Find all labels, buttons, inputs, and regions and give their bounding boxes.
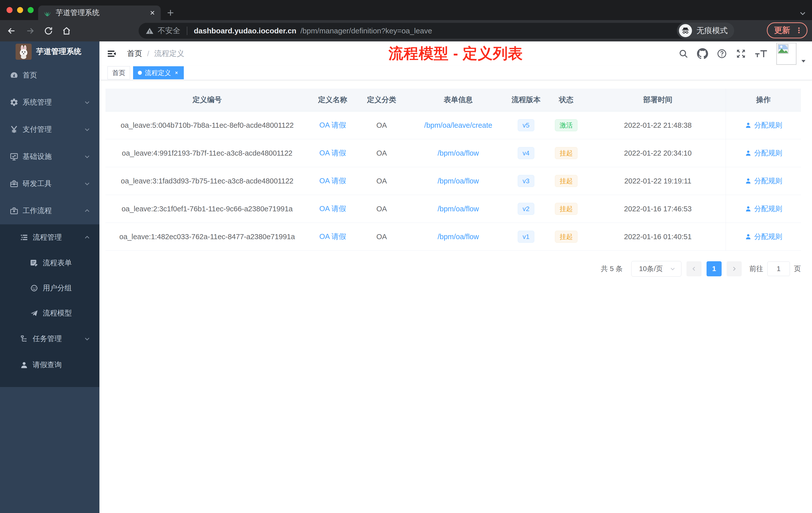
table-header-row: 定义编号 定义名称 定义分类 表单信息 流程版本 状态 部署时间 操作 [106,89,801,112]
tag-process-definition[interactable]: 流程定义 [133,66,184,79]
cell-category: OA [356,139,407,167]
tag-home[interactable]: 首页 [108,66,130,79]
form-link[interactable]: /bpm/oa/flow [438,149,479,157]
main-area: 首页 / 流程定义 流程模型 - 定义列表 [99,41,812,513]
browser-menu-icon[interactable] [795,26,803,35]
definition-name-link[interactable]: OA 请假 [319,204,346,214]
new-tab-button[interactable] [166,8,175,17]
chevron-right-icon [731,266,737,272]
assign-rule-link[interactable]: 分配规则 [745,148,782,158]
cell-id: oa_leave:1:482ec033-762a-11ec-8477-a2380… [106,223,309,250]
status-badge: 挂起 [555,203,578,215]
goto-page-input[interactable] [767,262,790,276]
window-controls [6,7,34,13]
assign-rule-link[interactable]: 分配规则 [745,120,782,130]
fullscreen-icon[interactable] [736,49,746,59]
incognito-label: 无痕模式 [696,25,728,36]
table-row: oa_leave:4:991f2193-7b7f-11ec-a3c8-acde4… [106,139,801,167]
browser-toolbar: 不安全 dashboard.yudao.iocoder.cn /bpm/mana… [0,20,812,41]
sidebar-menu: 首页 系统管理 支付管理 [0,62,99,387]
sidebar-item-system[interactable]: 系统管理 [0,89,99,116]
table-row: oa_leave:3:1fad3d93-7b75-11ec-a3c8-acde4… [106,167,801,195]
tab-search-chevron-icon[interactable] [799,9,807,17]
cell-id: oa_leave:5:004b710b-7b8a-11ec-8ef0-acde4… [106,112,309,139]
col-header-status: 状态 [542,89,590,111]
version-badge: v1 [518,231,534,243]
version-badge: v2 [518,203,534,215]
sidebar-item-home[interactable]: 首页 [0,62,99,89]
sidebar-item-task-management[interactable]: 任务管理 [0,326,99,352]
sidebar-collapse-icon[interactable] [107,49,117,59]
form-link[interactable]: /bpm/oa/flow [438,177,479,185]
back-button[interactable] [6,26,17,36]
avatar[interactable] [776,43,796,65]
next-page-button[interactable] [727,261,742,276]
window-minimize-button[interactable] [17,7,23,13]
page-number-1[interactable]: 1 [706,261,722,276]
tag-close-icon[interactable] [174,70,179,75]
col-header-id: 定义编号 [106,89,309,111]
chevron-down-icon [84,99,90,105]
user-icon [745,177,752,184]
search-icon[interactable] [678,49,689,59]
security-warning-icon[interactable] [146,27,154,35]
chevron-down-icon [84,336,90,342]
update-button[interactable]: 更新 [767,22,808,38]
address-bar[interactable]: 不安全 dashboard.yudao.iocoder.cn /bpm/mana… [139,23,717,39]
form-link[interactable]: /bpm/oa/flow [438,205,479,213]
incognito-badge[interactable]: 无痕模式 [677,23,734,39]
definition-name-link[interactable]: OA 请假 [319,148,346,158]
org-tree-icon [20,335,29,343]
assign-rule-link[interactable]: 分配规则 [745,176,782,186]
help-icon[interactable] [717,49,727,59]
github-icon[interactable] [697,48,708,59]
page-size-select[interactable]: 10条/页 [631,261,682,277]
cell-deploy-time: 2022-01-16 17:46:53 [590,195,726,222]
col-header-version: 流程版本 [510,89,542,111]
workflow-submenu: 流程管理 流程表单 用户分组 [0,224,99,387]
user-icon [745,122,752,129]
home-button[interactable] [62,26,71,36]
tab-favicon [43,8,52,17]
browser-tab[interactable]: 芋道管理系统 [38,5,161,20]
sidebar-item-infrastructure[interactable]: 基础设施 [0,143,99,170]
caret-down-icon[interactable] [801,59,806,63]
chevron-up-icon [84,208,90,214]
incognito-icon [679,24,692,37]
cell-id: oa_leave:4:991f2193-7b7f-11ec-a3c8-acde4… [106,139,309,167]
form-link[interactable]: /bpm/oa/flow [438,233,479,241]
form-link[interactable]: /bpm/oa/leave/create [424,121,492,129]
sidebar-item-payment[interactable]: 支付管理 [0,116,99,143]
app-logo [16,44,32,60]
sidebar-item-leave-query[interactable]: 请假查询 [0,352,99,378]
definition-name-link[interactable]: OA 请假 [319,232,346,242]
url-host: dashboard.yudao.iocoder.cn [194,27,296,35]
forward-button[interactable] [25,26,35,36]
col-header-form: 表单信息 [407,89,510,111]
sidebar-item-devtools[interactable]: 研发工具 [0,170,99,197]
cell-category: OA [356,112,407,139]
sidebar-item-process-model[interactable]: 流程模型 [0,301,99,326]
col-header-ops: 操作 [726,89,801,111]
sidebar-brand: 芋道管理系统 [0,41,99,62]
window-close-button[interactable] [6,7,12,13]
sidebar-item-workflow[interactable]: 工作流程 [0,197,99,224]
page-unit-label: 页 [794,264,801,274]
definition-name-link[interactable]: OA 请假 [319,120,346,130]
assign-rule-link[interactable]: 分配规则 [745,232,782,241]
assign-rule-link[interactable]: 分配规则 [745,204,782,214]
window-zoom-button[interactable] [28,7,34,13]
definition-name-link[interactable]: OA 请假 [319,176,346,186]
cell-category: OA [356,223,407,250]
sidebar-item-user-group[interactable]: 用户分组 [0,276,99,301]
reload-button[interactable] [44,26,53,36]
sidebar-item-process-form[interactable]: 流程表单 [0,250,99,276]
tab-close-icon[interactable] [149,9,156,16]
toolbox-icon [9,179,19,188]
robot-face-icon [30,284,39,292]
font-size-icon[interactable] [755,49,768,59]
goto-label: 前往 [749,264,763,274]
breadcrumb-home[interactable]: 首页 [127,49,142,59]
prev-page-button[interactable] [687,261,701,276]
sidebar-item-process-management[interactable]: 流程管理 [0,224,99,250]
